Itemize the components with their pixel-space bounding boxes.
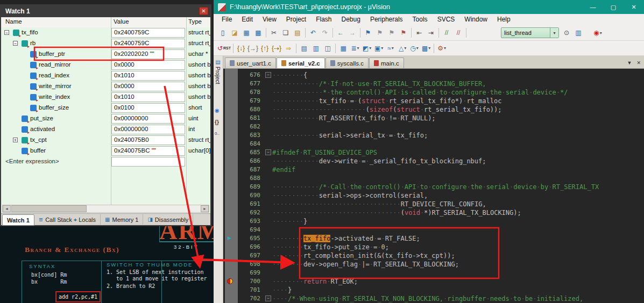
code-line[interactable]: 701····} (223, 286, 644, 294)
maximize-button[interactable]: ▢ (603, 0, 624, 14)
scroll-left-icon[interactable]: ◄ (3, 205, 11, 212)
dock-tab-disassembly[interactable]: ◨Disassembly (143, 214, 193, 225)
code-line[interactable]: 686············dev->write·=·_serial_fifo… (223, 157, 644, 165)
menu-peripherals[interactable]: Peripherals (365, 14, 408, 25)
watch-var-value[interactable]: 0x240075B0 (111, 135, 185, 145)
column-header-name[interactable]: Name (5, 18, 22, 25)
watch-row[interactable]: buffer_ptr0x20202020 ""uchar * (1, 49, 210, 60)
prev-bookmark-icon[interactable]: ⚑ (374, 27, 386, 38)
code-line[interactable]: 680························(sizeof(struc… (223, 105, 644, 114)
code-line[interactable]: 679············tx_fifo·=·(struct·rt_seri… (223, 97, 644, 105)
watch-row[interactable]: buffer0x240075BC ""uchar[0] (1, 146, 210, 156)
watch-window-icon[interactable]: ◩▾ (361, 43, 373, 54)
unindent-icon[interactable]: ⇤ (413, 27, 425, 38)
serial-window-icon[interactable]: ≈▾ (385, 43, 397, 54)
thread-select[interactable]: list_thread▾ (501, 27, 559, 38)
run-to-line-icon[interactable]: {⇢} (271, 43, 282, 54)
menu-project[interactable]: Project (281, 14, 311, 25)
tab-close-button[interactable]: ✕ (636, 60, 641, 66)
watch-var-value[interactable]: 0x0000 (111, 60, 185, 70)
disassembly-window-icon[interactable]: ▥ (310, 43, 322, 54)
watch-window-titlebar[interactable]: Watch 1 (1, 5, 210, 17)
watch-var-value[interactable]: 0x1010 (111, 92, 185, 102)
save-all-icon[interactable]: ▩ (252, 27, 264, 38)
copy-icon[interactable]: ❏ (280, 27, 292, 38)
books-panel-icon[interactable]: ◉ (215, 107, 220, 113)
thread-select-dropdown-icon[interactable]: ▾ (550, 28, 558, 38)
functions-panel-icon[interactable]: {} (215, 119, 219, 125)
watch-window-icon-dropdown[interactable]: ▾ (369, 46, 371, 50)
watch-var-value[interactable]: 0x00000000 (111, 125, 185, 134)
next-bookmark-icon[interactable]: ⚑ (386, 27, 398, 38)
menu-svcs[interactable]: SVCS (433, 14, 460, 25)
collapse-icon[interactable]: − (4, 30, 9, 35)
redo-icon[interactable]: ↷ (319, 27, 331, 38)
code-area[interactable]: 676−········{677············/*·If·not·us… (223, 71, 644, 303)
code-line[interactable]: 698········dev->open_flag·|=·RT_SERIAL_T… (223, 260, 644, 269)
menu-view[interactable]: View (258, 14, 281, 25)
column-divider[interactable] (111, 17, 111, 27)
code-line[interactable]: 691·································RT_D… (223, 200, 644, 208)
file-tab-main-c[interactable]: main.c (369, 57, 404, 68)
toggle-bookmark-icon[interactable]: ⚑ (362, 27, 374, 38)
cut-icon[interactable]: ✂ (268, 27, 280, 38)
file-tab-user_uart1-c[interactable]: user_uart1.c (225, 57, 276, 68)
watch-var-value[interactable]: 0x1010 (111, 71, 185, 81)
code-line[interactable]: 678·············*·the·control()·API·is·c… (223, 88, 644, 97)
watch-var-value[interactable]: 0x2400759C (111, 28, 185, 38)
code-line[interactable]: 682 (223, 122, 644, 131)
dock-tab-call-stack-locals[interactable]: ≣Call Stack + Locals (34, 214, 101, 225)
analysis-window-icon-dropdown[interactable]: ▾ (404, 46, 406, 50)
trace-window-icon[interactable]: ◷▾ (408, 43, 420, 54)
watch-horizontal-scrollbar[interactable]: ◄ ► (2, 205, 209, 213)
trace-window-icon-dropdown[interactable]: ▾ (416, 46, 419, 50)
code-line[interactable]: 689············/*·Call·the·control()·API… (223, 183, 644, 191)
column-header-type[interactable]: Type (188, 18, 202, 25)
watch-row[interactable]: put_size0x00000000uint (1, 113, 210, 124)
project-panel-tab[interactable]: ▤ Project (215, 59, 221, 84)
paste-icon[interactable]: ▤ (292, 27, 303, 38)
step-over-icon[interactable]: {→} (247, 43, 259, 54)
step-out-icon[interactable]: {↑} (259, 43, 271, 54)
open-file-icon[interactable]: ◪ (229, 27, 240, 38)
uncomment-icon[interactable]: // (452, 27, 464, 38)
menu-tools[interactable]: Tools (408, 14, 433, 25)
code-line[interactable]: 690············serial->ops->control(seri… (223, 191, 644, 200)
watch-var-value[interactable] (111, 157, 185, 167)
watch-row[interactable]: buffer_size0x0100short (1, 103, 210, 113)
find-icon[interactable]: ▥ (572, 27, 584, 38)
watch-row[interactable]: +tx_cpt0x240075B0struct rt_ (1, 135, 210, 146)
code-line[interactable]: 700········return·RT_EOK; (223, 277, 644, 286)
column-divider[interactable] (186, 17, 187, 27)
minimize-button[interactable]: — (583, 0, 603, 14)
menu-window[interactable]: Window (459, 14, 492, 25)
code-line[interactable]: 696········tx_fifo->put_size·=·0; (223, 243, 644, 251)
step-into-icon[interactable]: {↓} (235, 43, 247, 54)
expand-icon[interactable]: + (13, 138, 18, 142)
close-button[interactable]: ✕ (624, 0, 644, 14)
memory-window-icon-dropdown[interactable]: ▾ (381, 46, 383, 50)
find-in-files-icon[interactable]: ⊙ (561, 27, 572, 38)
editor-region[interactable]: 676−········{677············/*·If·not·us… (223, 69, 644, 303)
code-line[interactable]: 702−····/*·When·using·RT_SERIAL_TX_NON_B… (223, 294, 644, 303)
nav-back-icon[interactable]: ← (335, 27, 346, 38)
system-viewer-icon[interactable]: ▩▾ (420, 43, 432, 54)
dock-tab-watch-1[interactable]: Watch 1 (2, 214, 34, 226)
code-line[interactable]: 677············/*·If·not·use·RT_SERIAL_T… (223, 80, 644, 88)
watch-enter-expression-row[interactable]: <Enter expression> (1, 156, 210, 167)
scroll-right-icon[interactable]: ► (201, 205, 209, 212)
watch-row[interactable]: write_index0x1010ushort bi (1, 92, 210, 103)
watch-var-value[interactable]: 0x00000000 (111, 114, 185, 124)
toolbox-icon[interactable]: ⚙▾ (436, 43, 448, 54)
callstack-window-icon[interactable]: ≣▾ (349, 43, 361, 54)
code-line[interactable]: 684 (223, 140, 644, 148)
menu-help[interactable]: Help (492, 14, 515, 25)
watch-row[interactable]: −tx_fifo0x2400759Cstruct rt_ (1, 27, 210, 38)
templates-panel-icon[interactable]: 0.. (215, 131, 220, 136)
new-file-icon[interactable]: ▯ (217, 27, 229, 38)
column-header-value[interactable]: Value (114, 18, 129, 25)
serial-window-icon-dropdown[interactable]: ▾ (392, 46, 394, 50)
clear-bookmarks-icon[interactable]: ⚑ (398, 27, 409, 38)
fold-toggle-icon[interactable]: − (265, 72, 271, 78)
indent-icon[interactable]: ⇥ (425, 27, 437, 38)
